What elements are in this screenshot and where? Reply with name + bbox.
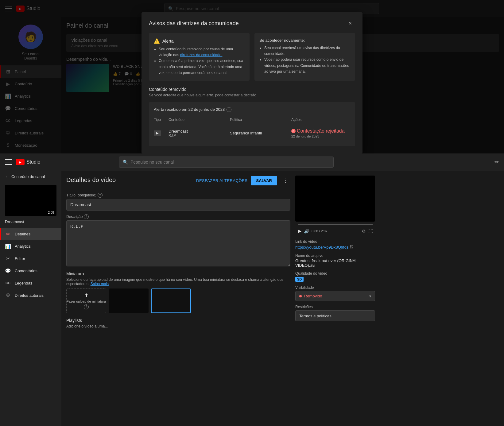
bottom-youtube-logo-icon [16,159,25,165]
description-form-group: Descrição ? [66,214,290,268]
modal-title: Avisos das diretrizes da comunidade [149,20,239,27]
recurrence-box: Se acontecer novamente: Seu canal recebe… [254,33,355,81]
removed-subtitle: Se você acredita que houve algum erro, p… [149,93,355,97]
video-link-label: Link do vídeo [295,239,375,244]
info-icon[interactable]: i [227,107,231,112]
modal-table-header: Tipo Conteúdo Política Ações [154,116,350,124]
right-panel-info: Link do vídeo https://youtu.be/Vp9Dk8Q9f… [295,239,375,321]
title-help-icon[interactable]: ? [98,193,103,198]
back-label: Conteúdo do canal [11,174,45,179]
sidebar-item-direitos-bottom[interactable]: © Direitos autorais [0,289,61,301]
sidebar-item-comentarios-bottom-label: Comentários [15,269,37,273]
sidebar-item-legendas-bottom-label: Legendas [15,281,32,285]
save-button[interactable]: SALVAR [251,176,277,185]
bottom-header: Studio 🔍 Pesquise no seu canal ✏ [0,153,504,171]
bottom-search-icon: 🔍 [123,160,128,165]
recurrence-point-1: Seu canal receberá um aviso das diretriz… [264,45,350,57]
thumbnail-option-2[interactable] [151,289,191,313]
alert-received-box: Alerta recebido em 22 de junho de 2023 i… [149,102,355,146]
bottom-sidebar-nav: ✏ Detalhes 📊 Analytics ✂ Editor 💬 Coment… [0,228,61,301]
sidebar-item-direitos-bottom-label: Direitos autorais [15,293,44,298]
upload-help-icon[interactable]: ? [84,304,89,309]
details-icon: ✏ [5,231,11,237]
community-guidelines-modal: Avisos das diretrizes da comunidade × ⚠️… [142,12,362,153]
modal-close-button[interactable]: × [345,18,355,28]
details-toolbar: DESFAZER ALTERAÇÕES SALVAR ⋮ [196,176,290,185]
visibility-dropdown[interactable]: Removido ▾ [295,291,375,301]
video-link-value[interactable]: https://youtu.be/Vp9Dk8Q9fqs [295,245,348,250]
back-arrow-icon: ← [5,174,9,179]
back-to-content-button[interactable]: ← Conteúdo do canal [0,171,61,183]
copy-link-icon[interactable]: ⎘ [350,244,353,250]
bottom-search-placeholder: Pesquise no seu canal [130,160,174,165]
sidebar-video-thumbnail[interactable]: 2:08 [5,185,56,216]
contestation-rejected-badge: ✕ Contestação rejeitada [291,128,350,134]
video-quality-row: Qualidade do vídeo SD [295,271,375,282]
fullscreen-icon[interactable]: ⛶ [368,229,373,234]
thumbnail-option-3[interactable] [193,289,233,313]
main-bottom: Detalhes do vídeo DESFAZER ALTERAÇÕES SA… [61,171,504,426]
removed-section: Conteúdo removido Se você acredita que h… [149,87,355,97]
sidebar-item-comentarios-bottom[interactable]: 💬 Comentários [0,265,61,277]
description-help-icon[interactable]: ? [84,214,89,219]
sidebar-item-editor[interactable]: ✂ Editor [0,252,61,265]
upload-thumbnail-button[interactable]: ⬆ Fazer upload de miniatura ? [66,289,106,313]
playlists-section: Playlists Adicione o vídeo a uma... [66,318,290,328]
alert-received-header: Alerta recebido em 22 de junho de 2023 i [154,107,350,112]
player-settings-icon[interactable]: ⚙ [362,229,366,234]
restrictions-label: Restrições [295,305,375,309]
removed-status-dot [299,295,302,297]
action-date: 22 de jun. de 2023 [291,134,350,138]
player-progress-bar[interactable] [298,224,373,225]
sidebar-item-detalhes-label: Detalhes [15,232,30,236]
video-quality-label: Qualidade do vídeo [295,271,375,276]
saiba-mais-link[interactable]: Saiba mais [91,282,109,286]
thumbnail-option-1[interactable] [109,289,149,313]
modal-header: Avisos das diretrizes da comunidade × [142,12,362,31]
captions-bottom-icon: CC [5,280,11,286]
playlists-title: Playlists [66,318,290,323]
thumbnail-title: Miniatura [66,271,290,276]
recurrence-point-2: Você não poderá usar recursos como o env… [264,57,350,75]
video-type-icon: ▶ [154,130,161,136]
visibility-dropdown-wrapper: Removido ▾ [295,291,375,301]
rejected-icon: ✕ [291,129,296,133]
video-link-row: Link do vídeo https://youtu.be/Vp9Dk8Q9f… [295,239,375,250]
thumbnail-area: ⬆ Fazer upload de miniatura ? [66,289,290,313]
video-details-left: Detalhes do vídeo DESFAZER ALTERAÇÕES SA… [66,176,290,421]
sidebar-item-editor-label: Editor [15,256,25,261]
playlists-subtitle: Adicione o vídeo a uma... [66,324,290,328]
upload-label: Fazer upload de miniatura [67,300,106,303]
sidebar-item-legendas-bottom[interactable]: CC Legendas [0,277,61,289]
modal-top-section: ⚠️ Alerta Seu conteúdo foi removido por … [149,33,355,81]
more-options-button[interactable]: ⋮ [281,176,290,185]
file-name-row: Nome do arquivo Greatest freak out ever … [295,254,375,268]
analytics-bottom-icon: 📊 [5,243,11,249]
community-guidelines-link[interactable]: diretrizes da comunidade. [180,53,222,57]
file-name-value: Greatest freak out ever (ORIGINAL VIDEO)… [295,258,375,268]
alert-received-date: Alerta recebido em 22 de junho de 2023 [154,107,225,112]
thumbnail-section: Miniatura Selecione ou faça upload de um… [66,271,290,313]
play-button[interactable]: ▶ [298,228,301,234]
bottom-logo-text: Studio [26,159,40,165]
volume-icon[interactable]: 🔊 [304,229,309,234]
modal-policy: Segurança infantil [230,131,289,135]
title-input[interactable] [66,199,290,211]
visibility-value: Removido [304,294,322,298]
sidebar-item-analytics-bottom[interactable]: 📊 Analytics [0,240,61,252]
modal-body: ⚠️ Alerta Seu conteúdo foi removido por … [142,31,362,153]
sidebar-video-title: Dreamcast [0,218,61,225]
table-col-acoes: Ações [291,118,350,122]
bottom-search-bar[interactable]: 🔍 Pesquise no seu canal [119,157,334,168]
alert-header: ⚠️ Alerta [154,38,245,44]
bottom-logo-area: Studio [16,159,40,165]
undo-changes-button[interactable]: DESFAZER ALTERAÇÕES [196,178,247,183]
copyright-bottom-icon: © [5,292,11,298]
sidebar-item-detalhes[interactable]: ✏ Detalhes [0,228,61,240]
edit-channel-icon[interactable]: ✏ [487,159,499,165]
quality-badge: SD [295,277,304,282]
description-textarea[interactable] [66,220,290,266]
bottom-hamburger-icon[interactable] [5,158,12,166]
bottom-sidebar: ← Conteúdo do canal 2:08 Dreamcast ✏ Det… [0,171,61,426]
time-display: 0:00 / 2:07 [312,229,328,233]
